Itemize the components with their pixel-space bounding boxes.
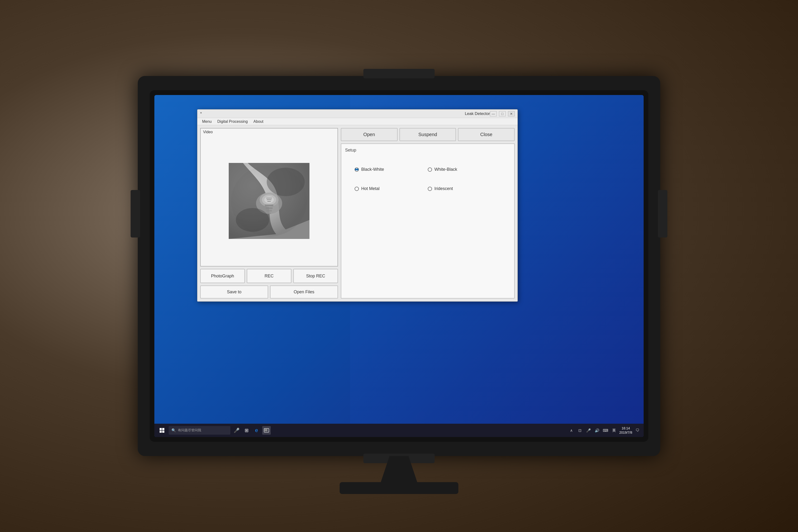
network-icon[interactable]: ⊡ — [577, 427, 583, 434]
svg-rect-13 — [159, 428, 162, 430]
svg-point-12 — [236, 208, 269, 232]
svg-rect-16 — [162, 431, 164, 433]
keyboard-icon[interactable]: ⌨ — [602, 427, 609, 434]
video-label: Video — [203, 130, 213, 134]
thermal-image — [229, 163, 309, 239]
svg-rect-9 — [266, 210, 272, 212]
label-white-black: White-Black — [434, 167, 457, 172]
cortana-icon[interactable]: 🎤 — [232, 426, 241, 435]
monitor-screen: * Leak Detector — □ ✕ Menu Digital Proc — [154, 95, 644, 437]
monitor-bezel: * Leak Detector — □ ✕ Menu Digital Proc — [150, 90, 648, 442]
svg-rect-15 — [159, 431, 162, 433]
svg-point-11 — [267, 168, 305, 196]
search-icon: 🔍 — [171, 428, 176, 433]
windows-icon — [159, 428, 165, 433]
right-panel: Open Suspend Close Setup — [341, 128, 515, 299]
file-button-row: Save to Open Files — [200, 285, 338, 299]
label-hot-metal: Hot Metal — [361, 186, 380, 191]
option-hot-metal[interactable]: Hot Metal — [355, 186, 428, 191]
taskbar-search-text: 有问题尽管问我 — [178, 428, 201, 433]
svg-rect-7 — [265, 205, 273, 206]
label-iridescent: Iridescent — [434, 186, 453, 191]
desktop: * Leak Detector — □ ✕ Menu Digital Proc — [154, 95, 644, 437]
bracket-left — [131, 190, 140, 238]
volume-icon[interactable]: 🔊 — [594, 427, 601, 434]
bracket-right — [658, 190, 667, 238]
taskbar-quick-launch: 🎤 ⊞ e — [232, 426, 271, 435]
monitor: * Leak Detector — □ ✕ Menu Digital Proc — [138, 76, 660, 456]
setup-panel: Setup Black-White — [341, 144, 515, 299]
restore-button[interactable]: □ — [499, 111, 506, 116]
setup-label: Setup — [345, 148, 510, 153]
clock-date: 2019/7/8 — [620, 430, 632, 435]
option-white-black[interactable]: White-Black — [428, 167, 501, 172]
svg-rect-10 — [267, 212, 271, 214]
menu-item-menu[interactable]: Menu — [199, 118, 214, 125]
app-title-text: Leak Detector — [465, 111, 490, 116]
close-button[interactable]: ✕ — [508, 111, 515, 116]
bracket-top — [363, 69, 435, 78]
radio-white-black[interactable] — [428, 167, 432, 172]
edge-icon[interactable]: e — [252, 426, 261, 435]
option-black-white[interactable]: Black-White — [355, 167, 428, 172]
controls-row: Open Suspend Close — [341, 128, 515, 141]
taskview-icon[interactable]: ⊞ — [242, 426, 251, 435]
monitor-base — [340, 482, 458, 494]
system-tray: ∧ ⊡ 🎤 🔊 ⌨ 英 16:14 2019/7/8 🗨 — [568, 426, 641, 435]
stop-rec-button[interactable]: Stop REC — [293, 269, 338, 283]
start-button[interactable] — [157, 425, 167, 435]
radio-black-white[interactable] — [355, 167, 359, 172]
svg-rect-8 — [266, 207, 273, 209]
taskbar-search-box[interactable]: 🔍 有问题尽管问我 — [169, 426, 230, 435]
open-button[interactable]: Open — [341, 128, 398, 141]
action-button-row: PhotoGraph REC Stop REC — [200, 269, 338, 283]
left-panel: Video — [200, 128, 338, 299]
open-files-button[interactable]: Open Files — [270, 285, 338, 299]
minimize-button[interactable]: — — [490, 111, 497, 116]
app-content: Video — [197, 125, 517, 301]
taskbar: 🔍 有问题尽管问我 🎤 ⊞ e — [154, 424, 644, 437]
save-to-button[interactable]: Save to — [200, 285, 268, 299]
suspend-button[interactable]: Suspend — [399, 128, 456, 141]
lang-indicator[interactable]: 英 — [611, 427, 618, 434]
menu-item-about[interactable]: About — [250, 118, 266, 125]
app-icon[interactable] — [262, 426, 271, 435]
desktop-area: * Leak Detector — □ ✕ Menu Digital Proc — [154, 95, 644, 424]
rec-button[interactable]: REC — [247, 269, 291, 283]
app-window: * Leak Detector — □ ✕ Menu Digital Proc — [197, 109, 518, 302]
titlebar-controls: — □ ✕ — [490, 111, 515, 116]
svg-rect-18 — [265, 429, 267, 431]
mic-icon[interactable]: 🎤 — [585, 427, 592, 434]
radio-iridescent[interactable] — [428, 187, 432, 191]
svg-rect-14 — [162, 428, 164, 430]
option-iridescent[interactable]: Iridescent — [428, 186, 501, 191]
photograph-button[interactable]: PhotoGraph — [200, 269, 245, 283]
video-container: Video — [200, 128, 338, 266]
titlebar: * Leak Detector — □ ✕ — [197, 110, 517, 118]
tray-chevron[interactable]: ∧ — [568, 427, 575, 434]
menu-item-digital-processing[interactable]: Digital Processing — [214, 118, 250, 125]
leak-detector-taskbar-icon — [264, 428, 269, 433]
menubar: Menu Digital Processing About — [197, 118, 517, 125]
video-frame — [201, 129, 338, 266]
taskbar-clock[interactable]: 16:14 2019/7/8 — [620, 426, 632, 435]
app-title: * — [200, 111, 465, 116]
notification-icon[interactable]: 🗨 — [634, 427, 641, 434]
close-button-ctrl[interactable]: Close — [458, 128, 515, 141]
clock-time: 16:14 — [622, 426, 630, 430]
label-black-white: Black-White — [361, 167, 384, 172]
radio-hot-metal[interactable] — [355, 187, 359, 191]
color-mode-options: Black-White White-Black — [345, 162, 510, 196]
